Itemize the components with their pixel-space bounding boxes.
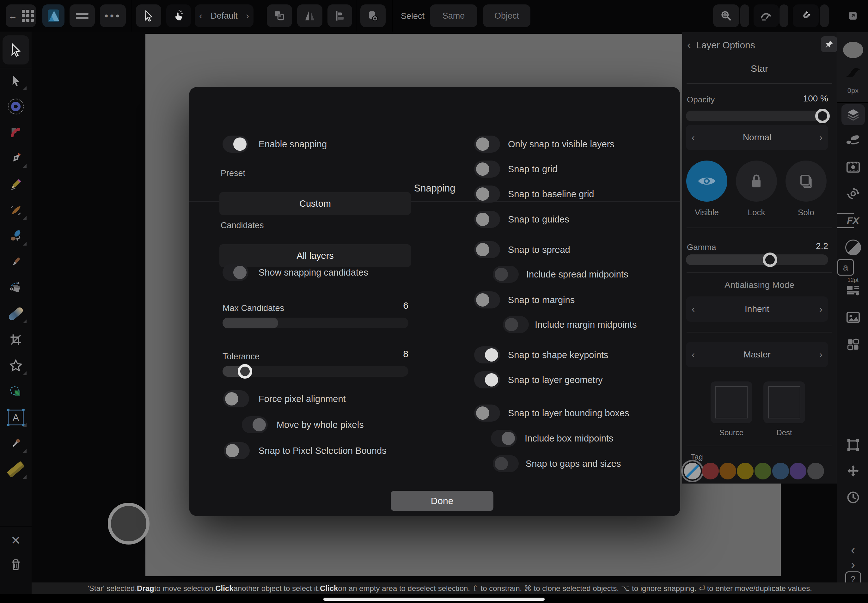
snapping-options-button[interactable] (820, 5, 829, 27)
collapse-right-chevron[interactable]: › (837, 558, 868, 572)
toggle-snap-to-spread[interactable] (474, 241, 500, 258)
toggle-snap-to-pixel-selection-bounds[interactable] (224, 442, 250, 459)
toggle-include-margin-midpoints[interactable] (503, 316, 529, 333)
alignment-button[interactable] (328, 5, 352, 27)
chevron-right-icon[interactable]: › (246, 11, 249, 20)
character-studio-button[interactable]: a 12pt (837, 259, 868, 283)
zoom-options-button[interactable] (740, 5, 749, 27)
performance-button[interactable] (754, 5, 779, 27)
tool-select[interactable] (3, 36, 29, 65)
select-mode-button[interactable] (136, 5, 161, 27)
toggle-force-pixel-alignment[interactable] (223, 390, 249, 407)
toggle-snap-to-margins[interactable] (474, 291, 500, 308)
circle-shape-object[interactable] (108, 503, 150, 544)
source-thumbnail[interactable] (710, 382, 752, 423)
tolerance-slider[interactable] (223, 366, 408, 377)
transform-panel-button[interactable] (837, 438, 868, 452)
toggle-show-snapping-candidates[interactable] (223, 264, 248, 281)
gamma-slider[interactable] (686, 254, 828, 265)
addons-studio-button[interactable] (837, 337, 868, 351)
toggle-enable-snapping[interactable] (223, 136, 248, 153)
transform-studio-button[interactable] (837, 187, 868, 201)
adjustments-studio-button[interactable] (837, 240, 868, 255)
tool-crop[interactable] (0, 328, 32, 351)
tag-swatch-green[interactable] (755, 463, 771, 479)
chevron-right-icon[interactable]: › (819, 305, 823, 314)
opacity-slider[interactable] (686, 111, 828, 121)
tag-swatch-gray[interactable] (807, 463, 824, 479)
toggle-move-by-whole-pixels[interactable] (242, 416, 268, 433)
performance-options-button[interactable] (780, 5, 788, 27)
antialiasing-stepper[interactable]: ‹ Inherit › (686, 297, 828, 322)
tool-pencil[interactable] (0, 173, 32, 196)
tool-paint-brush[interactable] (0, 225, 32, 247)
chevron-left-icon[interactable]: ‹ (199, 11, 202, 20)
home-button[interactable]: ← (6, 5, 36, 27)
lock-toggle-button[interactable] (736, 161, 777, 202)
tool-pen[interactable] (0, 147, 32, 170)
chevron-left-icon[interactable]: ‹ (692, 350, 695, 359)
tool-vector-brush[interactable] (0, 199, 32, 221)
candidates-value-button[interactable]: All layers (220, 244, 411, 267)
tolerance-slider-knob[interactable] (238, 364, 252, 379)
tool-color-picker[interactable] (0, 432, 32, 455)
pin-panel-button[interactable] (821, 36, 837, 52)
tag-swatch-yellow[interactable] (737, 463, 754, 479)
duplicate-button[interactable] (361, 5, 386, 27)
gamma-slider-knob[interactable] (763, 252, 777, 267)
fill-color-swatch[interactable] (837, 42, 868, 58)
tool-flood-select[interactable] (0, 380, 32, 403)
tool-transparency[interactable] (0, 303, 32, 325)
tag-swatch-red[interactable] (702, 463, 719, 479)
tag-swatch-none[interactable] (684, 463, 701, 479)
toggle-include-box-midpoints[interactable] (491, 430, 517, 447)
tool-corner[interactable] (0, 121, 32, 144)
tool-node[interactable] (0, 95, 32, 118)
chevron-left-icon[interactable]: ‹ (692, 305, 695, 314)
toggle-snap-to-layer-geometry[interactable] (474, 371, 500, 388)
tool-ruler[interactable] (0, 458, 32, 481)
tag-swatch-blue[interactable] (772, 463, 789, 479)
media-studio-button[interactable] (837, 311, 868, 324)
menu-button[interactable] (70, 5, 95, 27)
toggle-snap-to-layer-bounding-boxes[interactable] (474, 405, 500, 422)
tool-shape-star[interactable] (0, 354, 32, 377)
fx-studio-button[interactable]: FX (837, 213, 868, 228)
designer-persona-button[interactable] (42, 5, 65, 27)
chevron-right-icon[interactable]: › (819, 133, 823, 142)
max-candidates-slider[interactable] (223, 318, 408, 328)
toggle-snap-to-baseline-grid[interactable] (474, 186, 500, 203)
select-same-button[interactable]: Same (430, 5, 477, 27)
boolean-ops-button[interactable] (267, 5, 292, 27)
toggle-only-snap-visible-layers[interactable] (474, 136, 500, 153)
toggle-include-spread-midpoints[interactable] (493, 266, 519, 283)
snapping-button[interactable] (793, 5, 819, 27)
visible-toggle-button[interactable] (686, 161, 727, 202)
flip-button[interactable] (297, 5, 322, 27)
tool-fill[interactable] (0, 277, 32, 299)
blend-mode-stepper[interactable]: ‹ Normal › (686, 125, 828, 150)
chevron-right-icon[interactable]: › (819, 350, 823, 359)
more-options-button[interactable]: ••• (100, 5, 126, 27)
paragraph-studio-button[interactable] (837, 284, 868, 296)
document-view-button[interactable] (843, 5, 863, 27)
stroke-style-button[interactable] (837, 66, 868, 78)
dest-thumbnail[interactable] (763, 382, 805, 423)
tool-move[interactable] (0, 69, 32, 92)
toggle-snap-to-shape-keypoints[interactable] (474, 346, 500, 363)
preset-stepper[interactable]: ‹ Default › (195, 5, 254, 27)
brushes-studio-button[interactable] (837, 134, 868, 147)
panel-back-chevron[interactable]: ‹ (687, 39, 691, 50)
history-button[interactable] (837, 490, 868, 504)
done-button[interactable]: Done (391, 491, 494, 511)
tool-knife[interactable] (0, 250, 32, 274)
deselect-button[interactable]: ✕ (0, 529, 32, 552)
select-object-button[interactable]: Object (483, 5, 531, 27)
opacity-slider-knob[interactable] (815, 109, 830, 123)
collapse-left-chevron[interactable]: ‹ (837, 543, 868, 557)
layers-studio-button[interactable] (837, 104, 868, 125)
chevron-left-icon[interactable]: ‹ (692, 133, 695, 142)
snapping-candidates-hand-button[interactable] (166, 5, 191, 27)
toggle-snap-to-gaps-and-sizes[interactable] (493, 455, 519, 472)
tool-text[interactable]: A (0, 406, 32, 429)
